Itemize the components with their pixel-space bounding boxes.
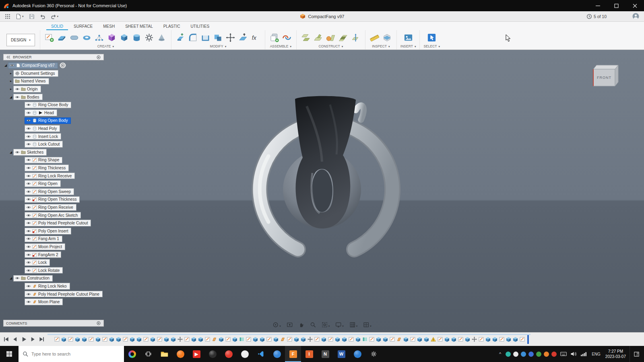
timeline-feature-4[interactable] (75, 337, 80, 342)
midplane-tool-button[interactable] (338, 32, 349, 43)
timeline-feature-2[interactable] (61, 337, 66, 342)
youtube-icon[interactable]: ▶ (188, 346, 204, 362)
expander-icon[interactable]: ◢ (8, 150, 13, 154)
ribbon-tab-solid[interactable]: SOLID (46, 23, 68, 30)
visibility-eye-icon[interactable] (26, 237, 31, 241)
browser-item-pill[interactable]: Poly Open Insert (25, 228, 71, 234)
fit-icon[interactable]: ▾ (322, 322, 330, 328)
app-grid-button[interactable] (5, 14, 10, 19)
timeline-feature-61[interactable] (465, 337, 470, 342)
visibility-eye-icon[interactable] (26, 229, 31, 233)
visibility-eye-icon[interactable] (26, 103, 31, 107)
comments-options-icon[interactable] (96, 321, 101, 325)
timeline-feature-5[interactable] (82, 337, 87, 342)
ribbon-tab-mesh[interactable]: MESH (98, 23, 120, 30)
3d-model-ring[interactable] (260, 96, 392, 249)
browser-item-pill[interactable]: Construction (13, 275, 53, 282)
visibility-eye-icon[interactable] (26, 260, 31, 265)
viewport[interactable]: FRONT BROWSER ◢ CompactFang v97 (0, 50, 644, 332)
ribbon-group-label-create[interactable]: CREATE▾ (97, 44, 114, 49)
timeline-feature-44[interactable] (349, 337, 354, 342)
browser-item-pill[interactable]: Head Poly (25, 125, 60, 132)
fillet-tool-button[interactable] (188, 32, 199, 43)
timeline-feature-20[interactable] (184, 337, 190, 342)
timeline-feature-9[interactable] (109, 337, 114, 342)
visibility-eye-icon[interactable] (26, 166, 31, 170)
browser-item-pill[interactable]: Fang Arm 1 (25, 236, 62, 243)
timeline-feature-45[interactable] (355, 337, 361, 342)
visibility-eye-icon[interactable] (26, 134, 31, 139)
maximize-button[interactable] (607, 0, 625, 11)
app-icon-4[interactable]: N (317, 346, 333, 362)
timeline-feature-36[interactable] (294, 337, 299, 342)
hidden-icons-caret[interactable]: ^ (499, 352, 501, 356)
fusion-360-icon[interactable]: F (285, 346, 301, 362)
timeline-feature-57[interactable] (438, 337, 443, 342)
browser-item-pill[interactable]: Moon Project (25, 243, 65, 250)
timeline-feature-31[interactable] (260, 337, 265, 342)
step-back-button[interactable] (12, 336, 18, 342)
timeline-feature-43[interactable] (342, 337, 347, 342)
timeline-feature-60[interactable] (458, 337, 463, 342)
orange-app-tray-icon[interactable] (544, 352, 549, 357)
opera-icon[interactable] (221, 346, 237, 362)
timeline-feature-63[interactable] (479, 337, 484, 342)
timeline-feature-46[interactable] (362, 337, 367, 342)
timeline-feature-69[interactable] (520, 337, 525, 342)
viewcube-front-label[interactable]: FRONT (597, 76, 611, 80)
revolve-tool-button[interactable] (69, 32, 80, 43)
play-button[interactable] (21, 336, 27, 342)
orbit-icon[interactable]: ▾ (272, 322, 281, 328)
timeline-feature-6[interactable] (89, 337, 94, 342)
visibility-eye-icon[interactable] (10, 63, 14, 68)
timeline-feature-47[interactable] (369, 337, 374, 342)
measure-tool-button[interactable] (369, 32, 380, 43)
browser-item-pill[interactable]: Ring Open Thickness (25, 196, 80, 203)
step-forward-button[interactable] (30, 336, 36, 342)
app-icon-2[interactable] (237, 346, 253, 362)
blue-app-tray-icon[interactable] (521, 352, 526, 357)
taskbar-search[interactable] (19, 346, 124, 362)
visibility-eye-icon[interactable] (15, 276, 20, 280)
viewports-icon[interactable]: ▾ (363, 322, 372, 328)
user-avatar[interactable] (632, 13, 639, 20)
cylinder-tool-button[interactable] (131, 32, 142, 43)
visibility-eye-icon[interactable] (26, 197, 31, 202)
task-view-icon[interactable] (140, 346, 156, 362)
touch-keyboard-icon[interactable] (560, 352, 567, 356)
file-explorer-icon[interactable] (156, 346, 172, 362)
ribbon-tab-plastic[interactable]: PLASTIC (159, 23, 185, 30)
ribbon-group-label-insert[interactable]: INSERT▾ (400, 44, 416, 49)
timeline-feature-7[interactable] (95, 337, 101, 342)
ribbon-tab-sheet-metal[interactable]: SHEET METAL (120, 23, 158, 30)
settings-icon[interactable] (365, 346, 382, 362)
move-copy-tool-button[interactable] (225, 32, 236, 43)
expander-icon[interactable]: ▸ (8, 87, 13, 91)
timeline-feature-66[interactable] (499, 337, 504, 342)
browser-item-pill[interactable]: Ring Open Sweep (25, 188, 74, 195)
timeline-feature-17[interactable] (164, 337, 169, 342)
browser-item-pill[interactable]: Ring Thickness (25, 165, 69, 171)
timeline-feature-37[interactable] (301, 337, 306, 342)
browser-item-pill[interactable]: Document Settings (13, 70, 58, 77)
visibility-eye-icon[interactable] (26, 221, 31, 225)
visibility-eye-icon[interactable] (26, 300, 31, 304)
timeline-feature-18[interactable] (171, 337, 176, 342)
edge-icon[interactable] (269, 346, 285, 362)
new-component-tool-button[interactable] (269, 32, 280, 43)
volume-icon[interactable] (570, 352, 577, 356)
timeline-feature-26[interactable] (225, 337, 231, 342)
taskbar-clock[interactable]: 7:27 PM 2023-03-07 (605, 349, 626, 359)
timeline-feature-11[interactable] (123, 337, 128, 342)
save-button[interactable] (29, 14, 35, 19)
ribbon-tab-surface[interactable]: SURFACE (69, 23, 97, 30)
timeline-feature-1[interactable] (54, 337, 60, 342)
change-parameters-tool-button[interactable]: fx (250, 32, 261, 43)
display-settings-icon[interactable]: ▾ (335, 322, 344, 328)
timeline-feature-30[interactable] (253, 337, 258, 342)
timeline-feature-33[interactable] (273, 337, 279, 342)
timeline-feature-24[interactable] (212, 337, 217, 342)
pattern-tool-button[interactable] (94, 32, 105, 43)
timeline-feature-15[interactable] (150, 337, 155, 342)
browser-item-pill[interactable]: Origin (13, 86, 41, 93)
